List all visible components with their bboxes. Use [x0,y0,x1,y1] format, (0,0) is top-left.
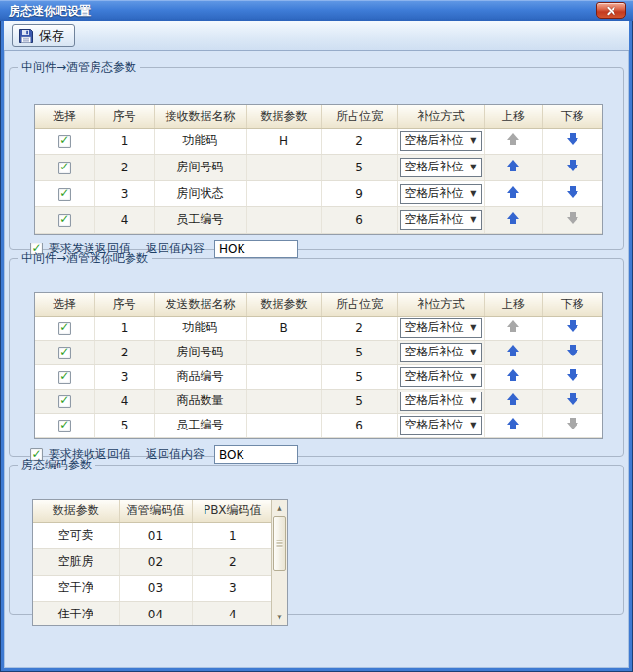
table-row: ✓ 4 商品数量 5 空格后补位▼ [35,389,602,413]
row-param: B [246,316,321,340]
pbx-code: 4 [192,601,273,626]
row-width: 6 [321,413,397,437]
row-select-checkbox[interactable]: ✓ [58,188,71,201]
padding-mode-select[interactable]: 空格后补位▼ [400,210,482,230]
column-header: 选择 [35,105,94,128]
padding-mode-select[interactable]: 空格后补位▼ [400,416,482,435]
row-no: 1 [94,128,154,154]
status-name: 空可卖 [33,522,119,548]
move-down-button[interactable] [567,133,578,145]
row-select-checkbox[interactable]: ✓ [58,420,71,432]
padding-mode-select[interactable]: 空格后补位▼ [400,184,482,204]
column-header: 所占位宽 [321,293,397,316]
save-button[interactable]: 保存 [12,24,75,47]
chevron-down-icon: ▼ [470,137,476,145]
check-icon: ✓ [59,213,69,225]
row-name: 商品数量 [154,389,246,413]
scroll-down-icon[interactable]: ▼ [272,610,287,624]
move-down-button[interactable] [567,212,578,224]
move-up-button[interactable] [507,133,519,145]
status-name: 空脏房 [33,548,119,575]
vertical-scrollbar[interactable]: ▲ ▼ [271,500,287,625]
row-select-checkbox[interactable]: ✓ [58,371,71,384]
move-up-button[interactable] [507,186,519,198]
move-up-button[interactable] [507,345,519,356]
row-param [246,413,321,437]
move-up-button[interactable] [507,212,519,224]
move-up-button[interactable] [507,320,519,332]
hotel-code: 02 [119,548,192,575]
table-header-row: 数据参数 酒管编码值 PBX编码值 [33,500,273,522]
padding-mode-select[interactable]: 空格后补位▼ [400,318,482,338]
chevron-down-icon: ▼ [470,373,476,381]
move-down-button[interactable] [567,160,578,171]
row-name: 房间号码 [154,340,246,364]
padding-mode-select[interactable]: 空格后补位▼ [400,392,482,411]
group-minibar-params: 中间件→酒管迷你吧参数 选择 序号 发送数据名称 数据参数 所占位宽 补位方式 [9,250,624,457]
table-row: 空可卖 01 1 [33,522,273,548]
chevron-down-icon: ▼ [470,190,476,198]
window-title: 房态迷你吧设置 [9,3,91,19]
move-down-button[interactable] [567,345,578,356]
status-name: 空干净 [33,575,119,601]
row-param [246,154,321,180]
check-icon: ✓ [59,370,69,382]
column-header: 下移 [542,105,602,128]
row-no: 4 [94,206,154,233]
padding-mode-select[interactable]: 空格后补位▼ [400,343,482,362]
move-up-button[interactable] [507,369,519,381]
group-title: 中间件→酒管房态参数 [18,59,140,76]
move-up-button[interactable] [507,160,519,171]
row-width: 9 [321,180,397,206]
minibar-table: 选择 序号 发送数据名称 数据参数 所占位宽 补位方式 上移 下移 [34,292,603,439]
move-up-button[interactable] [507,393,519,405]
move-down-button[interactable] [567,320,578,332]
check-icon: ✓ [59,394,69,406]
scrollbar-thumb[interactable] [273,516,286,571]
table-header-row: 选择 序号 发送数据名称 数据参数 所占位宽 补位方式 上移 下移 [35,293,602,316]
save-icon [19,28,34,44]
row-no: 2 [94,154,154,180]
dialog-window: 房态迷你吧设置 保存 中间件→酒管房态参数 [0,0,633,672]
column-header: 所占位宽 [321,105,397,128]
column-header: 发送数据名称 [154,293,246,316]
table-row: 空脏房 02 2 [33,548,273,575]
row-param [246,340,321,364]
move-down-button[interactable] [567,393,578,405]
row-param [246,206,321,233]
padding-mode-select[interactable]: 空格后补位▼ [400,131,482,151]
check-icon: ✓ [59,187,69,199]
row-select-checkbox[interactable]: ✓ [58,395,71,408]
column-header: 数据参数 [246,105,321,128]
row-select-checkbox[interactable]: ✓ [58,162,71,174]
chevron-down-icon: ▼ [470,397,476,405]
row-select-checkbox[interactable]: ✓ [58,135,71,148]
row-name: 商品编号 [154,364,246,389]
table-row: ✓ 3 商品编号 5 空格后补位▼ [35,364,602,389]
table-row: ✓ 1 功能码 B 2 空格后补位▼ [35,316,602,340]
row-select-checkbox[interactable]: ✓ [58,347,71,359]
table-row: ✓ 3 房间状态 9 空格后补位▼ [35,180,602,206]
titlebar: 房态迷你吧设置 [0,0,633,21]
column-header: 接收数据名称 [154,105,246,128]
row-width: 2 [321,316,397,340]
padding-mode-select[interactable]: 空格后补位▼ [400,158,482,177]
row-width: 5 [321,389,397,413]
pbx-code: 1 [192,522,273,548]
close-button[interactable] [596,2,626,19]
column-header: 数据参数 [33,500,119,522]
table-header-row: 选择 序号 接收数据名称 数据参数 所占位宽 补位方式 上移 下移 [35,105,602,128]
hotel-code: 03 [119,575,192,601]
table-row: ✓ 2 房间号码 5 空格后补位▼ [35,340,602,364]
scroll-up-icon[interactable]: ▲ [272,501,287,515]
move-down-button[interactable] [567,186,578,198]
row-no: 3 [94,180,154,206]
save-button-label: 保存 [39,27,64,45]
move-down-button[interactable] [567,369,578,381]
padding-mode-select[interactable]: 空格后补位▼ [400,367,482,387]
move-up-button[interactable] [507,418,519,429]
check-icon: ✓ [59,419,69,430]
row-select-checkbox[interactable]: ✓ [58,214,71,227]
row-select-checkbox[interactable]: ✓ [58,322,71,335]
move-down-button[interactable] [567,418,578,429]
